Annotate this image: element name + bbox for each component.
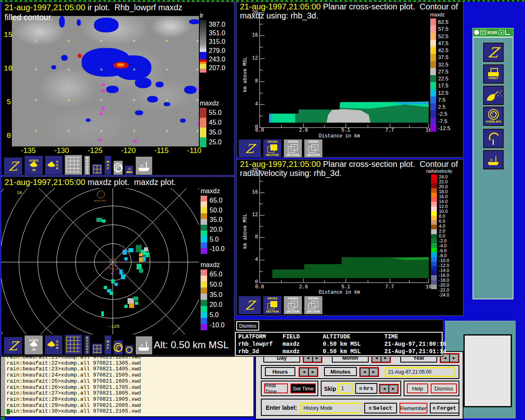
auxiliary-panel — [463, 334, 512, 407]
range-rings-icon[interactable] — [113, 160, 123, 175]
colorbar-value: -14.0 — [439, 268, 449, 273]
deep-convection-spot — [78, 54, 82, 58]
skip-units-menu[interactable]: ▤hrs — [355, 383, 377, 394]
colorbar-value: -2.5 — [438, 110, 450, 117]
forget-menu-button[interactable]: ▤Forget — [430, 403, 459, 413]
colorbar-value: 65.0 — [210, 269, 224, 280]
cross-section-button[interactable]: CROSSSECTION — [304, 139, 323, 158]
y-tick: 16 — [249, 189, 258, 195]
skip-input[interactable]: 1 — [338, 383, 353, 394]
titlebar-text: icon — [487, 30, 498, 35]
cross-section-button-active[interactable]: CROSSSECTION — [263, 139, 282, 158]
contour-fill-regions — [269, 101, 429, 123]
icon-window-titlebar[interactable]: icon — [472, 28, 514, 37]
dismiss-button[interactable]: Dismiss — [431, 383, 457, 393]
help-button[interactable]: Help — [407, 383, 428, 393]
survey-radar-icon[interactable]: SUR — [45, 155, 63, 175]
map-icon[interactable]: MAP — [104, 155, 112, 175]
colorbar-segment — [431, 229, 437, 234]
satellite-icon[interactable] — [483, 86, 504, 105]
goes-ir-icon[interactable]: GOES.IR — [24, 155, 43, 175]
year-increment[interactable]: ► — [450, 354, 459, 362]
colorbar-segment — [430, 118, 436, 125]
titlebar-iconify-button[interactable] — [499, 30, 504, 35]
colorbar-value: -22.0 — [439, 288, 449, 292]
survey-radar-icon[interactable]: SUR — [45, 335, 63, 355]
goes-ir-icon[interactable]: GOES.IR — [24, 335, 43, 355]
colorbar-value: -12.5 — [438, 125, 450, 132]
time-input[interactable]: 21-Aug-97,21:05:00 — [385, 367, 455, 377]
titlebar-menu-button[interactable] — [480, 30, 486, 35]
cloud-overlay — [59, 16, 65, 27]
radar-maxdz-colorbar-2: maxdz 65.050.035.020.05.0-10.0 — [201, 261, 224, 330]
cross-section-button[interactable]: CROSSSECTION — [304, 296, 323, 315]
dismiss-button[interactable]: Dismiss — [236, 321, 259, 331]
hours-decrement[interactable]: ◄ — [299, 368, 308, 376]
set-time-button[interactable]: Set Time — [290, 383, 316, 393]
cross-section-button[interactable]: CROSSSECTION — [283, 139, 302, 158]
skip-increment[interactable]: ► — [389, 385, 398, 393]
select-menu-button[interactable]: ▤Select — [364, 403, 397, 413]
zebra-logo-icon[interactable]: Z — [238, 296, 261, 315]
cloud-overlay — [51, 65, 56, 69]
grid-small-icon[interactable] — [92, 343, 103, 355]
xterm-terminal[interactable]: rain:beaufait:21>xdump.all 970821.1205.x… — [0, 356, 254, 417]
colorbar-segment — [431, 211, 437, 216]
radar-grid-icon[interactable] — [64, 334, 82, 355]
radar-antenna-icon[interactable] — [483, 129, 504, 148]
colorbar-value: -10.0 — [210, 244, 224, 254]
grid-small-icon[interactable] — [92, 164, 103, 175]
range-rings-icon[interactable] — [113, 340, 123, 355]
cell-time: 21-Aug-97,21:01:14 — [384, 348, 446, 355]
circle-icon[interactable] — [125, 345, 134, 355]
minutes-increment[interactable]: ► — [369, 368, 378, 376]
minutes-decrement[interactable]: ◄ — [360, 368, 369, 376]
hours-minutes-group: Hours ◄► Minutes ◄► 21-Aug-97,21:05:00 — [261, 365, 459, 379]
zebra-logo-icon[interactable]: Z — [483, 43, 504, 62]
x-tick: -135 — [21, 146, 36, 155]
colorbar-segment — [430, 68, 436, 75]
cross-section-button[interactable]: CROSSSECTION — [283, 296, 302, 315]
colorbar-value: 65.0 — [210, 196, 224, 205]
print-icon[interactable]: PRINT — [483, 64, 504, 84]
colorbar-value: -10.0 — [210, 320, 224, 330]
satellite-ir-image[interactable]: ++++++++++++++++++++++++ — [12, 16, 199, 146]
ship-icon[interactable] — [135, 156, 153, 175]
plot-toolbar: Z GOES.IR SUR BOUNDS MAP — [4, 334, 153, 355]
colorbar-value: -7.5 — [438, 118, 450, 125]
remember-button[interactable]: Remember — [399, 403, 427, 413]
ship-icon[interactable] — [135, 336, 153, 355]
cross-section-plot — [259, 170, 429, 285]
x-tick: -115 — [154, 146, 169, 155]
radar-maxdz-colorbar-1: maxdz 65.050.035.020.05.0-10.0 — [201, 187, 224, 254]
zebra-logo-icon[interactable]: Z — [4, 157, 23, 175]
zebra-logo-icon[interactable]: Z — [238, 139, 261, 158]
y-axis-label: km above MSL — [242, 214, 248, 249]
titlebar-circle-button[interactable] — [474, 30, 479, 35]
colorbar-segment — [430, 33, 436, 40]
y-tick: 8 — [249, 234, 258, 240]
real-time-button[interactable]: Real Time — [264, 383, 288, 393]
ship-icon[interactable] — [483, 150, 504, 169]
hours-increment[interactable]: ► — [308, 368, 317, 376]
map-icon[interactable]: MAP — [104, 335, 112, 355]
bounds-icon[interactable]: BOUNDS — [84, 155, 90, 175]
terminal-line: rain:beaufait:29>xdump.all 970821.2005.x… — [7, 403, 141, 409]
zebra-logo-icon[interactable]: Z — [4, 337, 23, 355]
label-input[interactable]: History Mode — [300, 403, 362, 413]
radar-ppi-display[interactable]: whoa-mst b<-125-8 10 -125 — [1, 188, 199, 334]
terminal-scrollbar[interactable] — [1, 357, 5, 416]
bounds-icon[interactable]: BOUNDS — [84, 335, 90, 355]
radar-grid-icon[interactable] — [64, 155, 82, 175]
colorbar-value: 10.0 — [439, 209, 449, 214]
colorbar-value: 6.0 — [439, 219, 449, 224]
buoy-icon[interactable] — [125, 165, 134, 175]
skip-decrement[interactable]: ◄ — [380, 385, 389, 393]
colorbar-segment — [431, 243, 437, 248]
cloud-overlay — [180, 119, 186, 123]
overlays-icon[interactable]: OVERLAYS — [483, 107, 504, 126]
cross-section-button-active[interactable]: CROSSSECTION — [263, 296, 282, 315]
titlebar-resize-button[interactable] — [505, 30, 510, 35]
y-tick: 12 — [249, 212, 258, 218]
colorbar-value: -16.0 — [439, 273, 449, 278]
